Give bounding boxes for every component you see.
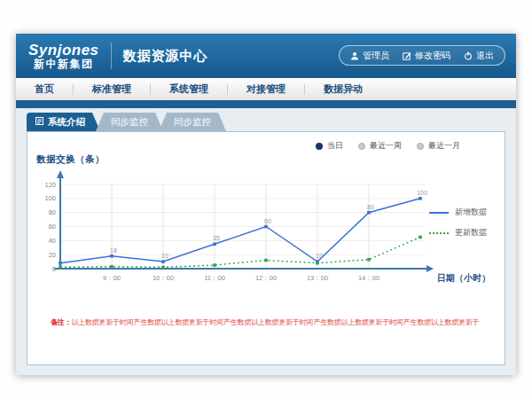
svg-text:60: 60 [264, 218, 271, 224]
svg-text:12：00: 12：00 [255, 274, 277, 282]
dotted-line-swatch [429, 232, 449, 234]
svg-text:20: 20 [49, 251, 56, 259]
content-area: 系统介绍 同步监控 同步监控 当日 最近一周 [16, 108, 516, 375]
radio-unselected-icon [358, 143, 365, 150]
svg-text:10：00: 10：00 [153, 274, 174, 282]
svg-text:0: 0 [52, 265, 56, 273]
page-title: 数据资源中心 [123, 48, 208, 65]
legend-item-new-data: 新增数据 [429, 207, 487, 218]
form-icon [35, 113, 43, 131]
svg-text:80: 80 [49, 208, 56, 216]
radio-unselected-icon [417, 143, 424, 150]
nav-item-interface-mgmt[interactable]: 对接管理 [228, 78, 304, 100]
svg-text:18: 18 [110, 247, 117, 254]
nav-item-home[interactable]: 首页 [16, 78, 73, 100]
edit-icon [403, 51, 411, 60]
svg-text:14：00: 14：00 [358, 274, 379, 282]
logo-company-name: 新中新集团 [28, 59, 99, 70]
svg-text:9：00: 9：00 [103, 274, 121, 282]
footnote: 备注：以上数据更新于时间产生数据以上数据更新于时间产生数据以上数据更新于时间产生… [51, 317, 494, 327]
svg-text:80: 80 [367, 204, 374, 210]
radio-today[interactable]: 当日 [316, 140, 343, 152]
tab-sync-monitor-2[interactable]: 同步监控 [159, 113, 226, 131]
y-axis-title: 数据交换（条） [36, 153, 105, 166]
tab-bar: 系统介绍 同步监控 同步监控 [27, 113, 226, 131]
nav-item-standard-mgmt[interactable]: 标准管理 [74, 78, 150, 100]
app-window: Synjones 新中新集团 数据资源中心 管理员 修改密码 [16, 34, 516, 375]
solid-line-swatch [429, 212, 449, 214]
chart-legend: 新增数据 更新数据 [429, 207, 487, 239]
svg-text:10: 10 [316, 253, 323, 259]
logout-button[interactable]: 退出 [464, 50, 494, 62]
tab-system-intro[interactable]: 系统介绍 [27, 113, 100, 131]
svg-text:40: 40 [49, 237, 56, 245]
page: Synjones 新中新集团 数据资源中心 管理员 修改密码 [0, 0, 532, 399]
svg-text:100: 100 [44, 194, 56, 202]
svg-text:35: 35 [213, 235, 220, 241]
header: Synjones 新中新集团 数据资源中心 管理员 修改密码 [16, 34, 516, 78]
svg-text:13：00: 13：00 [307, 274, 328, 282]
nav-item-data-change[interactable]: 数据异动 [305, 78, 381, 100]
date-range-filter: 当日 最近一周 最近一月 [316, 140, 460, 152]
svg-text:120: 120 [44, 181, 56, 189]
svg-text:11：00: 11：00 [204, 274, 225, 282]
nav-item-system-mgmt[interactable]: 系统管理 [151, 78, 227, 100]
header-divider [111, 43, 112, 69]
legend-item-update-data: 更新数据 [429, 227, 487, 239]
radio-last-month[interactable]: 最近一月 [417, 140, 460, 152]
svg-text:10: 10 [161, 253, 168, 259]
user-icon [350, 51, 359, 60]
logo: Synjones 新中新集团 [28, 43, 99, 69]
nav-accent-band [16, 100, 516, 108]
footnote-text: 以上数据更新于时间产生数据以上数据更新于时间产生数据以上数据更新于时间产生数据以… [71, 318, 479, 326]
logo-name: Synjones [28, 43, 99, 59]
tab-sync-monitor-1[interactable]: 同步监控 [96, 113, 163, 131]
radio-last-week[interactable]: 最近一周 [358, 140, 402, 152]
user-toolbar: 管理员 修改密码 退出 [339, 45, 505, 66]
footnote-label: 备注： [51, 318, 71, 326]
main-nav: 首页 标准管理 系统管理 对接管理 数据异动 [16, 78, 516, 100]
radio-selected-icon [316, 143, 323, 150]
chart-panel: 当日 最近一周 最近一月 数据交换（条） 0204060801001209：00… [27, 131, 505, 365]
power-icon [464, 51, 473, 60]
svg-text:日期（小时）: 日期（小时） [437, 273, 490, 283]
admin-user-button[interactable]: 管理员 [350, 50, 389, 62]
change-password-button[interactable]: 修改密码 [403, 50, 450, 62]
svg-text:60: 60 [49, 223, 56, 231]
svg-text:100: 100 [417, 190, 427, 196]
